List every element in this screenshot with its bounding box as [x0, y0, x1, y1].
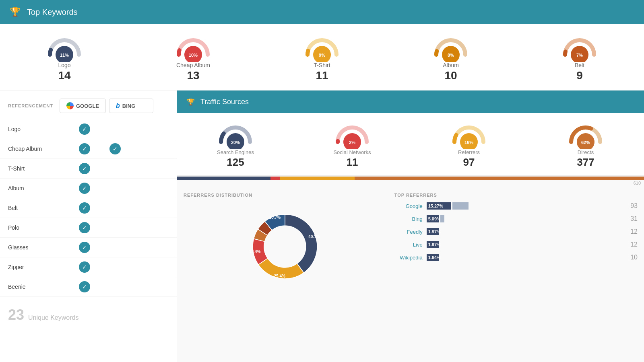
bing-label: BING	[122, 103, 136, 109]
google-check: ✓	[79, 183, 90, 194]
row-name: Cheap Album	[8, 146, 56, 152]
referrer-bar: 1.97%	[427, 228, 623, 235]
progress-bar	[177, 177, 644, 180]
svg-text:25.4%: 25.4%	[274, 274, 285, 278]
progress-total: 610	[177, 180, 644, 186]
keyword-item: 9% T-Shirt 11	[302, 34, 342, 82]
referrers-dist-label: REFERRERS DISTRIBUTION	[184, 193, 386, 197]
traffic-gauge: 20%	[215, 121, 256, 145]
sidebar-row: Zipper ✓	[0, 257, 177, 277]
referrer-name: Google	[394, 203, 427, 209]
top-keywords-section: 11% Logo 14 10% Cheap Album 13	[0, 24, 644, 90]
gauge: 11%	[44, 34, 85, 58]
svg-text:11%: 11%	[60, 53, 69, 58]
referrer-name: Bing	[394, 216, 427, 222]
row-name: Zipper	[8, 264, 56, 270]
referencement-label: REFERENCEMENT	[8, 103, 56, 108]
referrer-pct: 1.97%	[428, 242, 441, 247]
keyword-label: Logo	[58, 62, 70, 68]
stat-value: 11	[347, 156, 358, 169]
keyword-label: Cheap Album	[176, 62, 210, 68]
sidebar-row: Glasses ✓	[0, 238, 177, 257]
referrer-bar: 1.64%	[427, 254, 623, 261]
google-check: ✓	[79, 123, 90, 135]
svg-text:2%: 2%	[349, 140, 355, 145]
progress-segment	[177, 177, 270, 180]
traffic-bottom: REFERRERS DISTRIBUTION 40.1%25.4%13.4%10…	[177, 186, 644, 362]
svg-text:40.1%: 40.1%	[308, 234, 320, 239]
sidebar-row: Cheap Album ✓ ✓	[0, 139, 177, 159]
gauge: 10%	[173, 34, 213, 58]
traffic-stat-item: 62% Directs 377	[566, 121, 606, 169]
bar-light	[452, 202, 469, 210]
main-content: REFERENCEMENT GOOGLE b BING Logo ✓ Cheap…	[0, 90, 644, 362]
traffic-trophy-icon: 🏆	[187, 98, 195, 106]
svg-text:8%: 8%	[448, 53, 454, 58]
traffic-stat-item: 20% Search Engines 125	[215, 121, 256, 169]
progress-segment	[355, 177, 644, 180]
referrer-pct: 1.64%	[428, 255, 441, 260]
sidebar-rows: Logo ✓ Cheap Album ✓ ✓ T-Shirt ✓ Album ✓…	[0, 119, 177, 297]
trophy-icon: 🏆	[10, 7, 21, 17]
bing-button[interactable]: b BING	[109, 99, 153, 113]
traffic-gauge: 2%	[332, 121, 372, 145]
unique-keywords: 23 Unique Keywords	[0, 297, 177, 333]
referrer-row: Live 1.97% 12	[394, 241, 638, 248]
google-check: ✓	[79, 261, 90, 273]
donut-chart: 40.1%25.4%13.4%10.7%	[241, 202, 329, 291]
traffic-panel: 🏆 Traffic Sources 20% Search Engines 125	[177, 90, 644, 362]
svg-text:16%: 16%	[464, 140, 473, 145]
stat-label: Referrers	[458, 149, 480, 155]
unique-label: Unique Keywords	[28, 314, 78, 321]
row-name: Polo	[8, 224, 56, 231]
row-name: Belt	[8, 205, 56, 211]
keyword-count: 11	[316, 69, 328, 82]
svg-text:10.7%: 10.7%	[269, 215, 281, 220]
row-name: Beenie	[8, 284, 56, 290]
traffic-header: 🏆 Traffic Sources	[177, 90, 644, 113]
sidebar-row: Album ✓	[0, 179, 177, 198]
referrer-bar: 1.97%	[427, 241, 623, 248]
top-referrers: TOP REFERRERS Google 15.27% 93 Bing 5.09…	[394, 193, 638, 362]
bar-dark: 5.09%	[427, 215, 439, 222]
svg-text:7%: 7%	[576, 53, 583, 58]
keyword-label: T-Shirt	[314, 62, 330, 68]
google-icon	[66, 102, 74, 109]
referrer-pct: 1.97%	[428, 229, 441, 234]
stat-value: 377	[577, 156, 594, 169]
keyword-count: 14	[58, 69, 70, 82]
keyword-item: 10% Cheap Album 13	[173, 34, 213, 82]
google-check: ✓	[79, 242, 90, 253]
bar-light	[440, 215, 444, 222]
referrer-row: Feedly 1.97% 12	[394, 228, 638, 235]
sidebar: REFERENCEMENT GOOGLE b BING Logo ✓ Cheap…	[0, 90, 177, 362]
svg-text:9%: 9%	[319, 53, 325, 58]
keyword-count: 9	[576, 69, 583, 82]
referrer-name: Feedly	[394, 229, 427, 235]
stat-label: Social Networks	[333, 149, 371, 155]
sidebar-row: T-Shirt ✓	[0, 159, 177, 179]
referrer-count: 12	[622, 241, 638, 248]
referrer-bar: 5.09%	[427, 215, 623, 222]
referrer-row: Google 15.27% 93	[394, 202, 638, 210]
keyword-label: Belt	[575, 62, 584, 68]
keyword-item: 11% Logo 14	[44, 34, 85, 82]
google-button[interactable]: GOOGLE	[60, 99, 106, 113]
referrers-distribution: REFERRERS DISTRIBUTION 40.1%25.4%13.4%10…	[184, 193, 386, 362]
traffic-gauge: 62%	[566, 121, 606, 145]
sidebar-row: Polo ✓	[0, 218, 177, 238]
bar-dark: 1.97%	[427, 228, 439, 235]
keyword-count: 13	[187, 69, 199, 82]
referrer-count: 10	[622, 254, 638, 261]
progress-segment	[280, 177, 355, 180]
keyword-count: 10	[444, 69, 457, 82]
row-name: Logo	[8, 126, 56, 132]
keyword-item: 7% Belt 9	[559, 34, 600, 82]
stat-value: 125	[227, 156, 244, 169]
svg-text:62%: 62%	[581, 140, 590, 145]
referrer-name: Wikipedia	[394, 255, 427, 261]
stat-label: Directs	[578, 149, 594, 155]
row-name: T-Shirt	[8, 165, 56, 172]
traffic-stats: 20% Search Engines 125 2% Social Network…	[177, 113, 644, 177]
bar-dark: 15.27%	[427, 202, 451, 210]
